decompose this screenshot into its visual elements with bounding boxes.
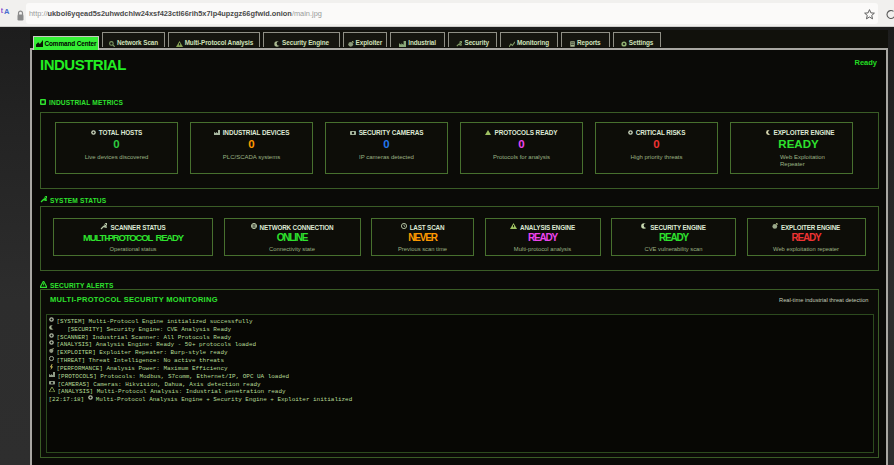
svg-text:A: A <box>4 7 10 16</box>
